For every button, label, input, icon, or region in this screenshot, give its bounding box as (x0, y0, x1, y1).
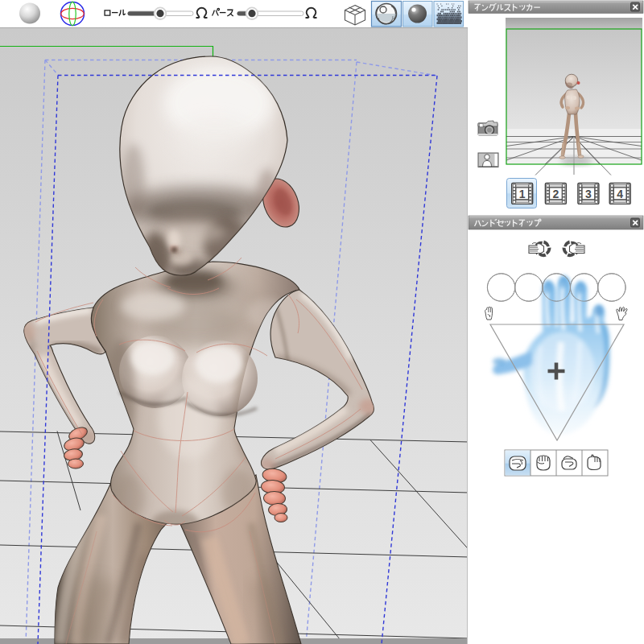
svg-text:4: 4 (617, 188, 623, 200)
svg-text:3: 3 (585, 188, 592, 200)
svg-text:2: 2 (553, 188, 559, 200)
svg-text:1: 1 (519, 188, 526, 200)
